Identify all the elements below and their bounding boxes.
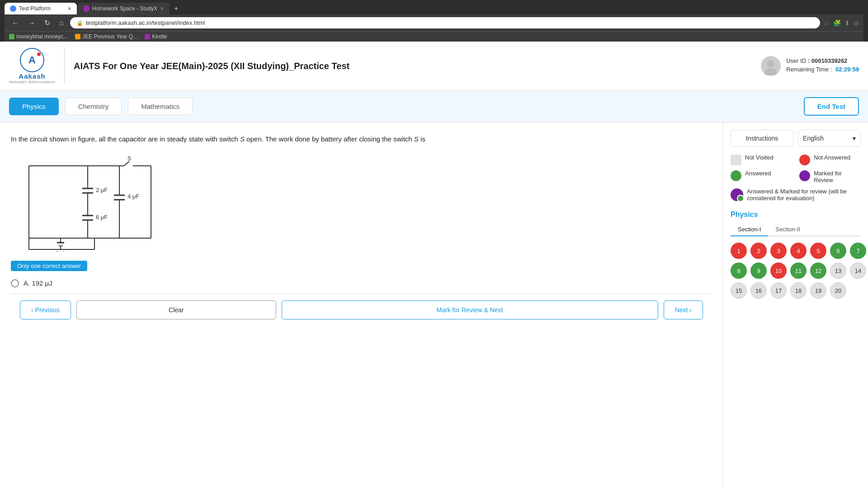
avatar <box>761 56 781 76</box>
next-button[interactable]: Next › <box>664 300 703 319</box>
bookmark-2[interactable]: JEE Previous Year Q... <box>75 33 137 40</box>
question-btn-2[interactable]: 2 <box>750 243 767 259</box>
question-btn-13[interactable]: 13 <box>830 263 846 279</box>
section-tabs: Section-I Section-II <box>731 223 861 236</box>
question-btn-14[interactable]: 14 <box>850 263 866 279</box>
question-btn-16[interactable]: 16 <box>750 282 767 299</box>
extensions-icon[interactable]: 🧩 <box>833 19 841 27</box>
tab-label-2: Homework Space - StudyX <box>92 5 157 12</box>
bookmark-label-3: Kindle <box>152 33 167 40</box>
legend-answered-marked: Answered & Marked for review (will be co… <box>731 188 861 202</box>
forward-button[interactable]: → <box>25 18 38 28</box>
question-btn-19[interactable]: 19 <box>810 282 826 299</box>
question-btn-10[interactable]: 10 <box>770 263 787 279</box>
tab-section-1[interactable]: Section-I <box>731 223 768 236</box>
new-tab-button[interactable]: + <box>170 3 182 14</box>
circuit-diagram: 2 μF 6 μF S <box>15 152 712 252</box>
reload-button[interactable]: ↻ <box>42 18 53 28</box>
question-btn-12[interactable]: 12 <box>810 263 826 279</box>
logo-name: Aakash <box>19 72 45 80</box>
tab-chemistry[interactable]: Chemistry <box>65 98 122 115</box>
user-id-label: User ID <box>786 57 806 64</box>
page-title: AIATS For One Year JEE(Main)-2025 (XII S… <box>74 61 761 71</box>
legend-marked: Marked for Review <box>799 170 861 183</box>
user-info-section: User ID : 00010339262 Remaining Time : 0… <box>761 56 859 76</box>
address-bar[interactable]: 🔒 <box>70 17 820 28</box>
not-visited-icon <box>731 155 741 165</box>
question-btn-1[interactable]: 1 <box>731 243 747 259</box>
question-btn-8[interactable]: 8 <box>731 263 747 279</box>
remaining-value: 02:29:59 <box>835 66 859 73</box>
not-visited-label: Not Visited <box>745 154 774 161</box>
browser-chrome: Test Platform ✕ Homework Space - StudyX … <box>0 0 868 42</box>
question-btn-9[interactable]: 9 <box>750 263 767 279</box>
question-btn-20[interactable]: 20 <box>830 282 846 299</box>
clear-button[interactable]: Clear <box>76 300 276 319</box>
battery-label: 6 V <box>55 250 64 252</box>
svg-point-0 <box>767 60 774 67</box>
option-A[interactable]: A. 192 μJ <box>11 279 712 287</box>
remaining-colon: : <box>830 66 832 73</box>
options-list: A. 192 μJ <box>11 279 712 287</box>
answered-icon <box>731 170 741 181</box>
chevron-down-icon: ▾ <box>853 135 856 142</box>
bookmark-label-1: moneybhai.moneyc... <box>16 33 68 40</box>
tab-mathematics[interactable]: Mathematics <box>128 98 193 115</box>
question-italic-1: S <box>240 135 245 143</box>
subject-tabs: Physics Chemistry Mathematics End Test <box>0 91 868 122</box>
question-btn-3[interactable]: 3 <box>770 243 787 259</box>
answered-label: Answered <box>745 170 771 177</box>
tab-section-2[interactable]: Section-II <box>768 223 807 236</box>
tab-homework-space[interactable]: Homework Space - StudyX ✕ <box>78 3 170 14</box>
end-test-button[interactable]: End Test <box>804 97 859 116</box>
logo-dot <box>37 52 41 56</box>
circuit-svg: 2 μF 6 μF S <box>15 152 178 252</box>
option-A-radio[interactable] <box>11 279 19 287</box>
question-btn-18[interactable]: 18 <box>790 282 807 299</box>
url-input[interactable] <box>86 19 814 26</box>
question-btn-7[interactable]: 7 <box>850 243 866 259</box>
option-A-label: A. 192 μJ <box>24 279 52 287</box>
instructions-button[interactable]: Instructions <box>731 130 793 147</box>
remaining-label: Remaining Time <box>786 66 829 73</box>
bookmark-1[interactable]: moneybhai.moneyc... <box>9 33 68 40</box>
question-btn-17[interactable]: 17 <box>770 282 787 299</box>
bookmark-label-2: JEE Previous Year Q... <box>82 33 137 40</box>
svg-line-13 <box>124 161 129 166</box>
logo-circle: A <box>20 48 44 72</box>
marked-icon <box>799 170 810 181</box>
switch-label: S <box>127 155 131 162</box>
previous-button[interactable]: ‹ Previous <box>20 300 71 319</box>
remaining-time-row: Remaining Time : 02:29:59 <box>786 66 859 73</box>
lock-icon: 🔒 <box>76 20 83 26</box>
language-selector[interactable]: English ▾ <box>798 130 861 147</box>
question-btn-4[interactable]: 4 <box>790 243 807 259</box>
right-panel-header: Instructions English ▾ <box>731 130 861 147</box>
logo-sub: Medical|IIT-JEE|Foundations <box>9 80 55 84</box>
tab-test-platform[interactable]: Test Platform ✕ <box>5 3 77 14</box>
star-icon[interactable]: ☆ <box>824 19 830 27</box>
cap3-label: 4 μF <box>127 193 139 200</box>
answered-marked-icon <box>731 188 743 201</box>
question-btn-11[interactable]: 11 <box>790 263 807 279</box>
download-icon[interactable]: ⬇ <box>844 19 850 27</box>
tab-close-1[interactable]: ✕ <box>67 6 71 12</box>
answer-type-badge: Only one correct answer <box>11 261 87 271</box>
tab-close-2[interactable]: ✕ <box>160 6 164 12</box>
not-answered-label: Not Answered <box>814 154 850 161</box>
address-bar-row: ← → ↻ ⌂ 🔒 ☆ 🧩 ⬇ ⊙ <box>5 14 863 31</box>
tab-physics[interactable]: Physics <box>9 98 59 115</box>
question-btn-5[interactable]: 5 <box>810 243 826 259</box>
tab-favicon-2 <box>83 5 90 12</box>
bookmark-3[interactable]: Kindle <box>145 33 167 40</box>
bookmarks-bar: moneybhai.moneyc... JEE Previous Year Q.… <box>5 31 863 42</box>
mark-for-review-button[interactable]: Mark for Review & Next <box>282 300 658 319</box>
back-button[interactable]: ← <box>9 18 22 28</box>
home-button[interactable]: ⌂ <box>57 18 66 28</box>
question-btn-6[interactable]: 6 <box>830 243 846 259</box>
question-btn-15[interactable]: 15 <box>731 282 747 299</box>
answered-marked-label: Answered & Marked for review (will be co… <box>747 188 861 202</box>
profile-icon[interactable]: ⊙ <box>854 19 859 27</box>
header: A Aakash Medical|IIT-JEE|Foundations AIA… <box>0 42 868 91</box>
section-title: Physics <box>731 211 861 219</box>
